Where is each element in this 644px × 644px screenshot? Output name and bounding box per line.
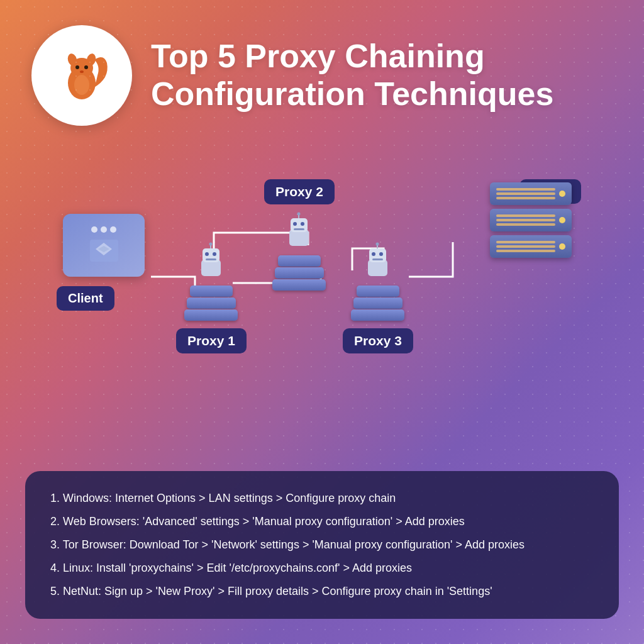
diagram-area: Client [0, 145, 644, 384]
main-title: Top 5 Proxy Chaining Configuration Techn… [151, 38, 613, 113]
proxy2-label: Proxy 2 [264, 179, 335, 204]
info-item-3: 3. Tor Browser: Download Tor > 'Network'… [50, 536, 594, 553]
proxy2-node: Proxy 2 [264, 179, 335, 291]
svg-point-15 [205, 252, 209, 256]
svg-point-14 [209, 243, 213, 246]
svg-point-5 [84, 65, 88, 69]
title-block: Top 5 Proxy Chaining Configuration Techn… [151, 38, 613, 113]
svg-rect-17 [206, 258, 216, 260]
client-dots [91, 226, 116, 233]
proxy3-node: Proxy 3 [343, 242, 413, 353]
svg-point-7 [74, 75, 89, 95]
svg-point-29 [372, 252, 375, 256]
server-unit-3 [490, 235, 572, 258]
client-icon [87, 236, 121, 265]
svg-point-22 [293, 222, 297, 226]
svg-rect-31 [372, 258, 383, 260]
info-item-4: 4. Linux: Install 'proxychains' > Edit '… [50, 560, 594, 577]
svg-point-30 [379, 252, 383, 256]
info-item-5: 5. NetNut: Sign up > 'New Proxy' > Fill … [50, 583, 594, 600]
info-item-1: 1. Windows: Internet Options > LAN setti… [50, 490, 594, 507]
server-unit-1 [490, 182, 572, 205]
client-label: Client [57, 286, 114, 311]
svg-point-21 [297, 213, 301, 216]
logo-circle [31, 25, 132, 126]
robot-1-icon [194, 242, 228, 283]
server-unit-2 [490, 209, 572, 231]
svg-point-23 [301, 222, 304, 226]
proxy3-label: Proxy 3 [343, 328, 413, 353]
svg-point-4 [75, 65, 79, 69]
svg-rect-24 [294, 228, 304, 230]
svg-point-16 [213, 252, 216, 256]
svg-point-6 [80, 70, 84, 73]
proxy2-stack [272, 255, 326, 291]
server-node [490, 182, 572, 258]
proxy1-node: Proxy 1 [176, 242, 247, 353]
robot-3-icon [360, 242, 395, 283]
client-node [63, 214, 145, 277]
proxy1-label: Proxy 1 [176, 328, 247, 353]
robot-2-icon [282, 212, 316, 253]
proxy3-stack [351, 286, 404, 321]
background: Top 5 Proxy Chaining Configuration Techn… [0, 0, 644, 644]
info-panel: 1. Windows: Internet Options > LAN setti… [25, 471, 619, 619]
info-item-2: 2. Web Browsers: 'Advanced' settings > '… [50, 513, 594, 530]
logo-icon [50, 44, 113, 107]
info-list: 1. Windows: Internet Options > LAN setti… [50, 490, 594, 600]
svg-point-28 [376, 243, 379, 246]
proxy1-stack [184, 286, 238, 321]
header: Top 5 Proxy Chaining Configuration Techn… [0, 0, 644, 138]
